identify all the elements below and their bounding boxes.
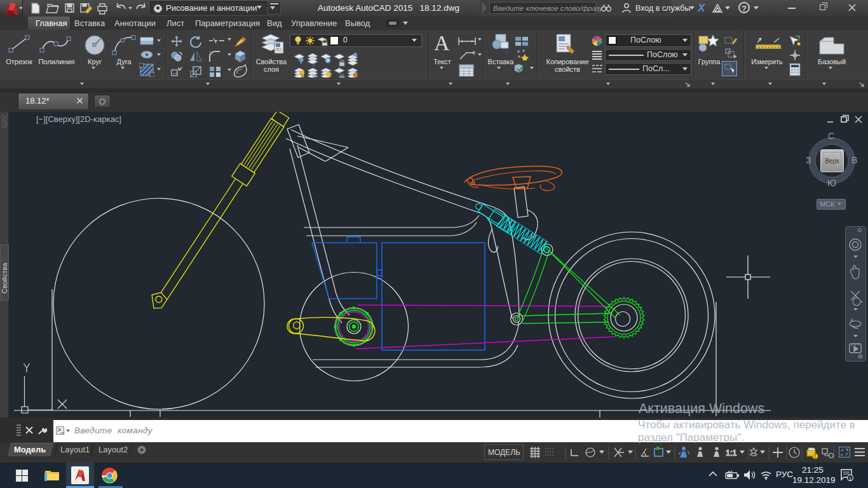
svg-text:1: 1 — [849, 476, 852, 481]
svg-text:1:1: 1:1 — [726, 449, 736, 458]
